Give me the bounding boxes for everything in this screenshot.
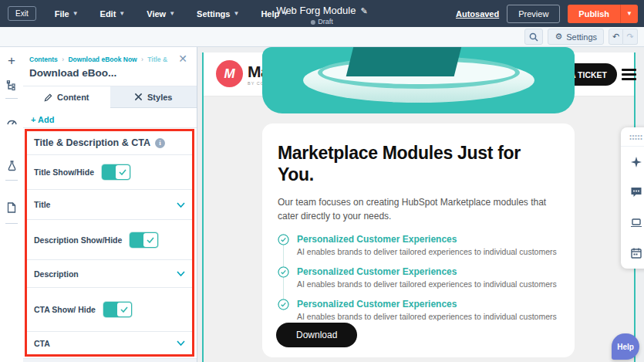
description-showhide-toggle[interactable] bbox=[130, 232, 158, 248]
accordion-label: CTA bbox=[34, 339, 50, 348]
cta-showhide-toggle[interactable] bbox=[103, 302, 132, 317]
feature-description: AI enables brands to deliver tailored ex… bbox=[297, 247, 557, 256]
breadcrumb-contents[interactable]: Contents bbox=[29, 56, 58, 63]
schedule-button[interactable] bbox=[621, 239, 644, 269]
gauge-icon bbox=[6, 117, 18, 127]
download-button[interactable]: Download bbox=[276, 323, 357, 347]
site-tree-button[interactable] bbox=[0, 76, 23, 95]
panel-divider bbox=[23, 127, 197, 128]
undo-button[interactable]: ↶ bbox=[609, 29, 623, 45]
search-button[interactable] bbox=[524, 29, 543, 45]
sparkle-icon bbox=[630, 156, 642, 168]
panel-tabs: Content Styles bbox=[23, 86, 197, 108]
device-preview-button[interactable] bbox=[621, 208, 644, 239]
drag-handle-icon[interactable]: •••••••••• bbox=[621, 127, 644, 147]
publish-dropdown-caret[interactable]: ▼ bbox=[620, 5, 638, 23]
toggle-knob bbox=[116, 165, 130, 179]
close-icon[interactable]: ✕ bbox=[178, 53, 187, 64]
chevron-down-icon bbox=[177, 202, 185, 208]
hamburger-menu-icon[interactable] bbox=[622, 69, 636, 80]
pencil-icon bbox=[44, 93, 52, 102]
feature-item[interactable]: Personalized Customer Experiences AI ena… bbox=[278, 266, 559, 289]
cta-showhide-row: CTA Show/ Hide bbox=[27, 288, 192, 332]
test-button[interactable] bbox=[0, 157, 23, 175]
description-accordion[interactable]: Description bbox=[27, 260, 192, 288]
draft-status: Draft bbox=[276, 18, 367, 25]
tab-content-label: Content bbox=[57, 93, 89, 102]
breadcrumb-download-ebook[interactable]: Download eBook Now bbox=[68, 56, 137, 63]
breadcrumb-separator: › bbox=[141, 56, 143, 63]
ai-assistant-button[interactable] bbox=[621, 147, 644, 178]
breadcrumb-current: Title & bbox=[147, 56, 167, 63]
section-header: Title & Description & CTA i bbox=[27, 131, 192, 155]
edit-title-pencil-icon[interactable]: ✎ bbox=[360, 6, 367, 15]
chevron-down-icon: ▼ bbox=[169, 10, 175, 17]
brush-icon bbox=[134, 93, 143, 101]
optimize-button[interactable] bbox=[0, 112, 23, 130]
comment-icon bbox=[630, 186, 642, 198]
editor-window: Exit File ▼ Edit ▼ View ▼ Settings ▼ Hel… bbox=[0, 0, 644, 362]
feature-item[interactable]: Personalized Customer Experiences AI ena… bbox=[278, 234, 559, 256]
site-heading[interactable]: Marketplace Modules Just for You. bbox=[278, 142, 555, 185]
toggle-label: Title Show/Hide bbox=[34, 167, 94, 177]
autosaved-link[interactable]: Autosaved bbox=[456, 9, 499, 19]
help-button[interactable]: Help bbox=[612, 333, 639, 360]
menu-edit[interactable]: Edit ▼ bbox=[100, 9, 126, 19]
hero-book bbox=[346, 47, 465, 76]
redo-button[interactable]: ↷ bbox=[623, 29, 638, 45]
floating-mini-toolbar: •••••••••• bbox=[621, 127, 644, 269]
publish-button[interactable]: Publish ▼ bbox=[568, 5, 638, 23]
preview-button[interactable]: Preview bbox=[507, 5, 560, 23]
accordion-label: Description bbox=[34, 269, 79, 279]
cta-accordion[interactable]: CTA bbox=[27, 332, 192, 354]
page-icon bbox=[7, 202, 16, 213]
comments-button[interactable] bbox=[621, 178, 644, 208]
undo-icon: ↶ bbox=[612, 32, 619, 42]
menu-file[interactable]: File ▼ bbox=[55, 9, 79, 19]
tab-styles-label: Styles bbox=[147, 93, 172, 102]
site-paragraph[interactable]: Our team focuses on creating HubSpot Mar… bbox=[278, 195, 548, 223]
next-row-peek bbox=[23, 358, 197, 362]
top-bar: Exit File ▼ Edit ▼ View ▼ Settings ▼ Hel… bbox=[0, 0, 644, 27]
menu-view[interactable]: View ▼ bbox=[147, 9, 175, 19]
menu-view-label: View bbox=[147, 9, 166, 19]
tab-content[interactable]: Content bbox=[23, 86, 110, 108]
section-title: Title & Description & CTA bbox=[34, 137, 150, 148]
breadcrumb: Contents › Download eBook Now › Title & bbox=[29, 56, 167, 63]
calendar-icon bbox=[630, 247, 642, 259]
description-showhide-row: Description Show/Hide bbox=[27, 220, 192, 260]
rail-divider bbox=[5, 223, 18, 224]
undo-redo-group: ↶ ↷ bbox=[609, 29, 638, 45]
add-module-button[interactable]: + bbox=[0, 52, 23, 70]
page-title: Web Forg Module bbox=[276, 5, 356, 16]
panel-title: Download eBoo... bbox=[29, 67, 116, 79]
hero-image-module[interactable] bbox=[262, 47, 575, 113]
tab-styles[interactable]: Styles bbox=[110, 86, 197, 108]
menu-settings[interactable]: Settings ▼ bbox=[197, 9, 239, 19]
add-field-link[interactable]: + Add bbox=[31, 115, 54, 124]
chevron-down-icon: ▼ bbox=[233, 10, 239, 17]
gear-icon: ⚙ bbox=[555, 32, 562, 42]
document-title-block: Web Forg Module✎ Draft bbox=[276, 3, 367, 25]
exit-button[interactable]: Exit bbox=[8, 6, 36, 21]
rail-divider bbox=[5, 98, 18, 99]
menu-file-label: File bbox=[55, 9, 69, 19]
chevron-down-icon bbox=[177, 340, 185, 346]
chevron-down-icon: ▼ bbox=[119, 10, 125, 17]
title-accordion[interactable]: Title bbox=[27, 190, 192, 220]
feature-title: Personalized Customer Experiences bbox=[297, 234, 557, 245]
feature-item[interactable]: Personalized Customer Experiences AI ena… bbox=[278, 299, 559, 321]
feature-title: Personalized Customer Experiences bbox=[297, 299, 557, 310]
menu-bar: File ▼ Edit ▼ View ▼ Settings ▼ Help ▼ bbox=[55, 9, 288, 19]
sitemap-icon bbox=[6, 80, 17, 91]
info-icon[interactable]: i bbox=[155, 138, 165, 148]
menu-edit-label: Edit bbox=[100, 9, 116, 19]
title-showhide-toggle[interactable] bbox=[102, 164, 130, 180]
page-button[interactable] bbox=[0, 198, 23, 217]
chevron-down-icon: ▼ bbox=[72, 10, 79, 17]
feature-description: AI enables brands to deliver tailored ex… bbox=[297, 279, 557, 289]
check-circle-icon bbox=[278, 299, 289, 310]
settings-button[interactable]: ⚙ Settings bbox=[548, 29, 604, 45]
check-icon bbox=[147, 237, 154, 243]
flask-icon bbox=[7, 161, 17, 171]
